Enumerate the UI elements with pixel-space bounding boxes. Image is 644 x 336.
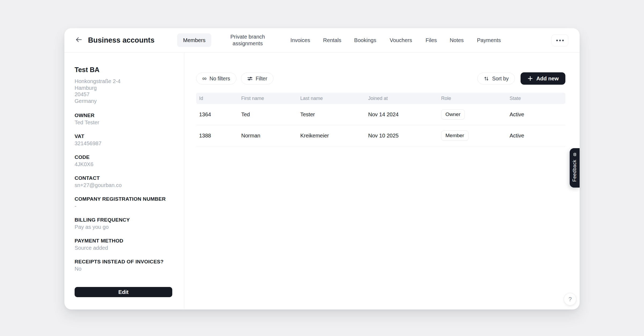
add-new-label: Add new [536, 76, 559, 82]
field-value: 321456987 [75, 140, 173, 147]
field-contact: CONTACT sn+27@gourban.co [75, 175, 173, 188]
table-row[interactable]: 1388 Norman Kreikemeier Nov 10 2025 Memb… [196, 125, 565, 146]
address-line-country: Germany [75, 98, 173, 104]
members-table: Id First name Last name Joined at Role S… [196, 93, 565, 146]
table-row[interactable]: 1364 Ted Tester Nov 14 2024 Owner Active [196, 104, 565, 125]
filter-button[interactable]: Filter [241, 73, 273, 84]
field-value: Ted Tester [75, 119, 173, 126]
bug-icon [572, 152, 577, 157]
table-header-row: Id First name Last name Joined at Role S… [196, 93, 565, 104]
field-label: OWNER [75, 112, 173, 118]
field-label: VAT [75, 133, 173, 139]
cell-id: 1364 [196, 111, 238, 118]
tab-invoices[interactable]: Invoices [290, 37, 310, 44]
business-account-card: Business accounts Members Private branch… [64, 28, 580, 309]
account-details-sidebar: Test BA Honkongstraße 2-4 Hamburg 20457 … [64, 53, 184, 309]
cell-joined-at: Nov 10 2025 [365, 133, 438, 139]
column-header-id: Id [196, 96, 238, 101]
field-value: sn+27@gourban.co [75, 182, 173, 188]
field-label: RECEIPTS INSTEAD OF INVOICES? [75, 259, 173, 265]
tab-payments[interactable]: Payments [477, 37, 501, 44]
column-header-joined-at: Joined at [365, 96, 438, 101]
field-label: PAYMENT METHOD [75, 238, 173, 244]
field-receipts-instead-of-invoices: RECEIPTS INSTEAD OF INVOICES? No [75, 259, 173, 272]
cell-id: 1388 [196, 133, 238, 139]
field-billing-frequency: BILLING FREQUENCY Pay as you go [75, 217, 173, 230]
no-filters-label: No filters [210, 76, 230, 82]
feedback-label: Feedback [572, 160, 577, 182]
field-value: - [75, 203, 173, 209]
edit-button[interactable]: Edit [75, 287, 172, 297]
cell-state: Active [507, 133, 565, 139]
field-value: Pay as you go [75, 224, 173, 230]
account-address: Honkongstraße 2-4 Hamburg 20457 Germany [75, 78, 173, 104]
account-name: Test BA [75, 66, 173, 74]
cell-first-name: Ted [238, 111, 297, 118]
column-header-last-name: Last name [297, 96, 365, 101]
field-label: CODE [75, 154, 173, 160]
plus-icon [527, 76, 533, 81]
field-owner: OWNER Ted Tester [75, 112, 173, 126]
tab-files[interactable]: Files [426, 37, 437, 44]
column-header-role: Role [438, 96, 507, 101]
tab-notes[interactable]: Notes [450, 37, 464, 44]
address-line-zip: 20457 [75, 91, 173, 98]
tab-rentals[interactable]: Rentals [323, 37, 341, 44]
cell-state: Active [507, 111, 565, 118]
field-payment-method: PAYMENT METHOD Source added [75, 238, 173, 251]
tab-bookings[interactable]: Bookings [354, 37, 376, 44]
field-vat: VAT 321456987 [75, 133, 173, 147]
cell-last-name: Kreikemeier [297, 133, 365, 139]
field-label: BILLING FREQUENCY [75, 217, 173, 223]
tab-bar: Members Private branch assignments Invoi… [64, 28, 580, 52]
cell-role: Member [438, 130, 507, 141]
role-badge: Member [441, 130, 469, 141]
tab-members[interactable]: Members [177, 33, 211, 47]
feedback-tab[interactable]: Feedback [570, 148, 580, 188]
field-code: CODE 4JK0X6 [75, 154, 173, 167]
help-button[interactable]: ? [564, 293, 576, 305]
field-value: No [75, 266, 173, 272]
field-label: CONTACT [75, 175, 173, 181]
arrows-up-down-icon [484, 76, 489, 81]
role-badge: Owner [441, 109, 465, 120]
column-header-state: State [507, 96, 565, 101]
sort-by-button[interactable]: Sort by [477, 73, 515, 84]
cell-role: Owner [438, 109, 507, 120]
question-mark-icon: ? [568, 296, 572, 303]
tab-vouchers[interactable]: Vouchers [390, 37, 412, 44]
field-value: 4JK0X6 [75, 161, 173, 167]
filter-label: Filter [256, 76, 267, 82]
tab-private-branch-assignments[interactable]: Private branch assignments [225, 33, 271, 47]
sliders-icon [247, 76, 253, 81]
more-actions-button[interactable] [551, 34, 568, 46]
address-line-city: Hamburg [75, 85, 173, 91]
address-line-street: Honkongstraße 2-4 [75, 78, 173, 85]
ellipsis-icon [556, 40, 564, 41]
add-new-button[interactable]: Add new [521, 72, 565, 85]
field-company-registration-number: COMPANY REGISTRATION NUMBER - [75, 196, 173, 209]
sort-by-label: Sort by [492, 76, 509, 82]
field-value: Source added [75, 245, 173, 251]
column-header-first-name: First name [238, 96, 297, 101]
cell-first-name: Norman [238, 133, 297, 139]
members-panel: ∞ No filters Filter [184, 53, 580, 309]
cell-last-name: Tester [297, 111, 365, 118]
infinity-icon: ∞ [202, 76, 207, 81]
no-filters-button[interactable]: ∞ No filters [196, 73, 236, 84]
card-header: Business accounts Members Private branch… [64, 28, 580, 53]
field-label: COMPANY REGISTRATION NUMBER [75, 196, 173, 202]
cell-joined-at: Nov 14 2024 [365, 111, 438, 118]
toolbar: ∞ No filters Filter [196, 72, 565, 85]
